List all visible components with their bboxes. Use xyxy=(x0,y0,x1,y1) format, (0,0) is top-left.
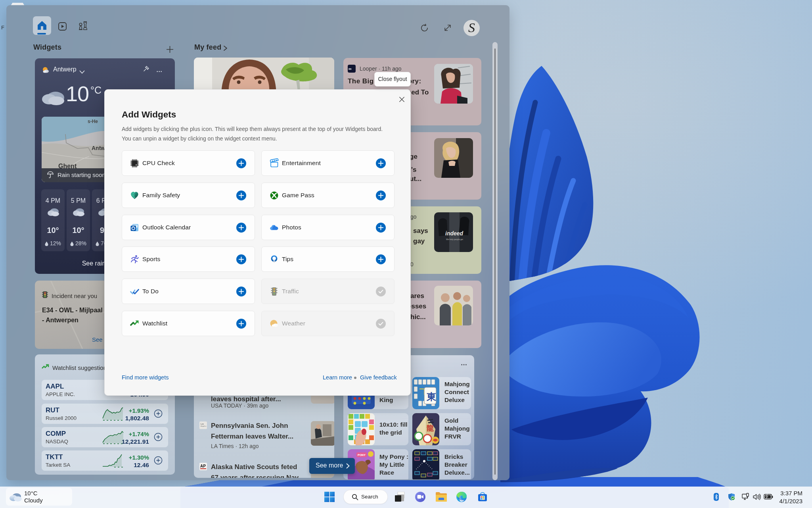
svg-text:龍: 龍 xyxy=(427,424,434,432)
svg-text:∞: ∞ xyxy=(349,66,352,71)
svg-text:PONY: PONY xyxy=(358,454,366,456)
svg-text:Antw: Antw xyxy=(92,145,105,151)
svg-text:indeed: indeed xyxy=(445,230,463,237)
svg-text:Angeles: Angeles xyxy=(201,425,206,427)
svg-text:東: 東 xyxy=(426,391,437,402)
svg-text:AP: AP xyxy=(200,464,206,468)
svg-text:We help people get: We help people get xyxy=(446,238,463,241)
svg-text:s-He: s-He xyxy=(88,119,98,124)
